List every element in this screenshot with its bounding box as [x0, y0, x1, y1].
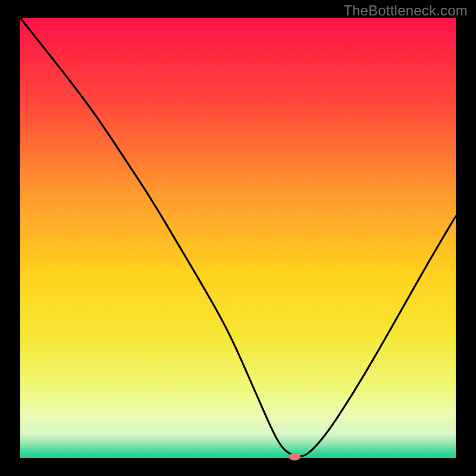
plot-area: [20, 18, 456, 458]
minimum-marker: [289, 453, 300, 461]
watermark-text: TheBottleneck.com: [343, 2, 468, 19]
bottleneck-chart: [0, 0, 476, 476]
chart-frame: TheBottleneck.com: [0, 0, 476, 476]
